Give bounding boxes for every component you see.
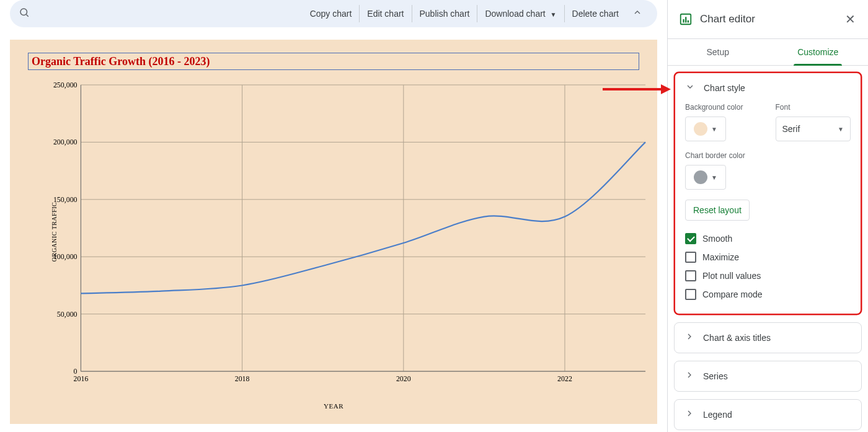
- collapse-toolbar-button[interactable]: [626, 7, 649, 20]
- search-icon[interactable]: [19, 7, 30, 20]
- caret-down-icon: ▼: [711, 174, 717, 181]
- smooth-checkbox[interactable]: [685, 233, 696, 244]
- compare-label: Compare mode: [702, 289, 763, 299]
- svg-rect-28: [685, 17, 686, 22]
- line-chart: 050,000100,000150,000200,000250,00020162…: [48, 82, 649, 385]
- svg-text:2016: 2016: [74, 374, 89, 383]
- smooth-label: Smooth: [702, 234, 732, 244]
- section-legend-header[interactable]: Legend: [675, 400, 861, 430]
- bg-color-picker[interactable]: ▼: [685, 117, 726, 141]
- section-legend-label: Legend: [703, 410, 732, 420]
- svg-text:2018: 2018: [235, 374, 250, 383]
- svg-line-1: [26, 14, 28, 16]
- section-chart-axis-titles-header[interactable]: Chart & axis titles: [675, 323, 861, 353]
- font-dropdown[interactable]: Serif ▼: [776, 117, 851, 141]
- section-chart-style-header[interactable]: Chart style: [675, 73, 861, 103]
- section-series-header[interactable]: Series: [675, 361, 861, 391]
- chevron-right-icon: [684, 408, 697, 421]
- chart-canvas[interactable]: Organic Traffic Growth (2016 - 2023) ORG…: [10, 40, 657, 424]
- chevron-down-icon: [685, 82, 698, 94]
- section-chart-style-label: Chart style: [704, 83, 745, 93]
- svg-marker-25: [661, 84, 671, 94]
- border-color-label: Chart border color: [685, 151, 745, 160]
- svg-point-0: [20, 9, 27, 15]
- download-chart-label: Download chart: [485, 9, 545, 19]
- download-chart-button[interactable]: Download chart ▼: [477, 5, 564, 22]
- copy-chart-button[interactable]: Copy chart: [303, 5, 360, 22]
- section-legend: Legend: [674, 399, 862, 430]
- border-color-picker[interactable]: ▼: [685, 165, 726, 190]
- publish-chart-button[interactable]: Publish chart: [412, 5, 478, 22]
- x-axis-label: YEAR: [324, 402, 343, 410]
- chart-toolbar: Copy chart Edit chart Publish chart Down…: [10, 0, 657, 27]
- delete-chart-button[interactable]: Delete chart: [565, 5, 626, 22]
- compare-checkbox-row[interactable]: Compare mode: [685, 285, 851, 304]
- chart-editor-panel: Chart editor ✕ Setup Customize Chart sty…: [667, 0, 868, 432]
- section-series: Series: [674, 361, 862, 392]
- maximize-label: Maximize: [702, 252, 739, 262]
- edit-chart-button[interactable]: Edit chart: [360, 5, 412, 22]
- maximize-checkbox[interactable]: [685, 252, 696, 263]
- plot-null-checkbox-row[interactable]: Plot null values: [685, 267, 851, 285]
- bg-color-swatch: [694, 122, 707, 136]
- border-color-swatch: [694, 170, 707, 184]
- compare-checkbox[interactable]: [685, 289, 696, 300]
- tab-customize[interactable]: Customize: [768, 39, 869, 65]
- section-chart-axis-titles-label: Chart & axis titles: [703, 333, 771, 343]
- editor-tabs: Setup Customize: [668, 38, 868, 66]
- svg-text:150,000: 150,000: [53, 195, 78, 204]
- section-chart-style: Chart style Background color ▼ Font Se: [674, 72, 862, 315]
- chevron-right-icon: [684, 370, 697, 382]
- svg-text:50,000: 50,000: [57, 310, 78, 319]
- editor-title: Chart editor: [700, 13, 845, 25]
- maximize-checkbox-row[interactable]: Maximize: [685, 248, 851, 267]
- caret-down-icon: ▼: [838, 126, 844, 133]
- svg-text:100,000: 100,000: [53, 252, 78, 261]
- smooth-checkbox-row[interactable]: Smooth: [685, 229, 851, 248]
- plot-null-label: Plot null values: [702, 271, 761, 281]
- font-value: Serif: [782, 124, 838, 134]
- svg-text:2020: 2020: [396, 374, 411, 383]
- svg-text:2022: 2022: [557, 374, 572, 383]
- section-chart-axis-titles: Chart & axis titles: [674, 322, 862, 353]
- section-series-label: Series: [703, 371, 728, 381]
- svg-rect-29: [688, 20, 689, 23]
- svg-text:250,000: 250,000: [53, 82, 78, 89]
- plot-null-checkbox[interactable]: [685, 270, 696, 281]
- svg-text:200,000: 200,000: [53, 138, 78, 146]
- svg-rect-27: [683, 19, 684, 23]
- caret-down-icon: ▼: [551, 11, 557, 18]
- bg-color-label: Background color: [685, 103, 761, 112]
- chart-editor-icon: [679, 12, 693, 26]
- annotation-arrow-icon: [603, 84, 671, 94]
- font-label: Font: [776, 103, 851, 112]
- tab-setup[interactable]: Setup: [668, 39, 768, 65]
- caret-down-icon: ▼: [711, 126, 717, 133]
- chevron-right-icon: [684, 332, 697, 344]
- chart-title[interactable]: Organic Traffic Growth (2016 - 2023): [29, 53, 210, 70]
- reset-layout-button[interactable]: Reset layout: [685, 200, 750, 221]
- close-icon[interactable]: ✕: [845, 12, 856, 27]
